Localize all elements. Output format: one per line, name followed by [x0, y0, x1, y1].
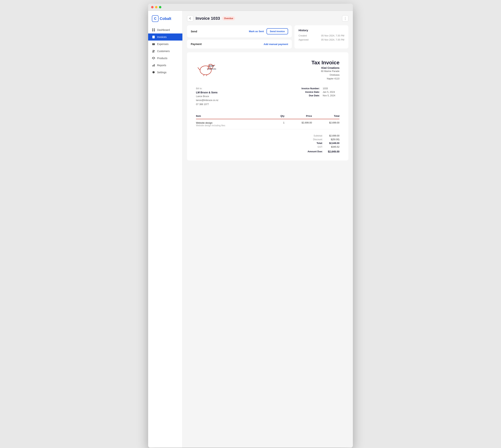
- svg-line-18: [203, 75, 204, 76]
- history-row-created: Created 05 Nov 2024, 7:35 PM: [299, 34, 344, 37]
- history-created-label: Created: [299, 34, 307, 37]
- gst-value: $345.52: [323, 146, 339, 148]
- sidebar-item-expenses-label: Expenses: [157, 43, 168, 46]
- due-date-value: Nov 5, 2024: [323, 94, 339, 97]
- contact-email: lance@lmbruce.co.nz: [196, 98, 218, 102]
- payment-label: Payment: [191, 43, 201, 46]
- sidebar-item-invoices[interactable]: Invoices: [148, 33, 182, 41]
- invoice-meta: Invoice Number: 1033 Invoice Date: Jan 5…: [301, 87, 339, 106]
- bill-to-company: LM Bruce & Sons: [196, 91, 218, 94]
- company-name: Kiwi Creations: [312, 66, 339, 69]
- svg-rect-5: [153, 36, 154, 37]
- svg-rect-0: [152, 29, 153, 30]
- address-line3: Napier 4110: [312, 77, 339, 80]
- svg-rect-12: [152, 65, 153, 66]
- gear-icon: [152, 71, 155, 74]
- invoice-number-value: 1033: [323, 87, 339, 90]
- discount-row: Discount: $(50.00): [287, 138, 339, 141]
- sidebar: C Cobalt Dashboard Invoices: [148, 11, 183, 448]
- box-icon: [152, 57, 155, 60]
- history-card: History Created 05 Nov 2024, 7:35 PM App…: [294, 25, 348, 48]
- gst-label: GST:: [287, 146, 323, 148]
- app-window: C Cobalt Dashboard Invoices: [148, 4, 353, 448]
- item-price: $2,699.00: [284, 119, 312, 129]
- sidebar-item-reports[interactable]: Reports: [148, 62, 182, 69]
- more-icon: ⋮: [344, 16, 347, 20]
- due-date-label: Due Date:: [309, 94, 320, 97]
- grid-icon: [152, 28, 155, 32]
- logo-letter: C: [154, 17, 156, 21]
- history-approved-value: 05 Nov 2024, 7:35 PM: [321, 38, 344, 41]
- invoice-document: Kiwi Creations Tax Invoice Kiwi Creation…: [187, 52, 348, 160]
- sidebar-item-customers[interactable]: Customers: [148, 48, 182, 55]
- svg-text:Kiwi: Kiwi: [209, 64, 214, 67]
- total-label: Total:: [287, 142, 323, 144]
- sidebar-item-expenses[interactable]: Expenses: [148, 41, 182, 48]
- svg-point-11: [154, 50, 155, 51]
- invoice-company-info: Tax Invoice Kiwi Creations 60 Marine Par…: [312, 60, 339, 80]
- subtotal-label: Subtotal:: [287, 134, 323, 137]
- sidebar-item-dashboard-label: Dashboard: [157, 29, 170, 32]
- company-address: 60 Marine Parade Onekawa Napier 4110: [312, 69, 339, 80]
- svg-rect-9: [152, 44, 155, 44]
- history-title: History: [299, 29, 344, 32]
- back-button[interactable]: [187, 15, 193, 22]
- document-icon: [152, 35, 155, 39]
- send-label: Send: [191, 30, 197, 33]
- address-line2: Onekawa: [312, 73, 339, 77]
- mark-as-sent-button[interactable]: Mark as Sent: [249, 30, 264, 33]
- item-name: Website design: [196, 121, 274, 124]
- top-bar: Invoice 1033 Overdue ⋮: [187, 15, 348, 22]
- subtotal-value: $2,699.00: [323, 134, 339, 137]
- col-item: Item: [196, 113, 274, 119]
- action-panels: Send Mark as Sent Send invoice Payment A…: [187, 25, 348, 48]
- svg-rect-13: [153, 64, 154, 66]
- logo-box: C: [152, 15, 159, 22]
- svg-rect-14: [154, 64, 155, 66]
- payment-card: Payment Add manual payment: [187, 40, 292, 48]
- invoice-date-value: Jan 5, 2024: [323, 91, 339, 93]
- subtotal-row: Subtotal: $2,699.00: [287, 134, 339, 137]
- history-approved-label: Approved: [299, 38, 309, 41]
- meta-row-date: Invoice Date: Jan 5, 2024: [301, 91, 339, 93]
- maximize-button[interactable]: [159, 6, 161, 8]
- sidebar-item-dashboard[interactable]: Dashboard: [148, 26, 182, 33]
- company-logo-area: Kiwi Creations: [196, 60, 226, 77]
- svg-rect-1: [154, 29, 155, 30]
- card-icon: [152, 42, 155, 46]
- gst-row: GST: $345.52: [287, 146, 339, 148]
- invoice-number-label: Invoice Number:: [301, 87, 320, 90]
- bill-to-contact: Lance Bruce lance@lmbruce.co.nz 07 388 1…: [196, 95, 218, 106]
- amount-due-label: Amount Due:: [287, 150, 323, 153]
- titlebar: [148, 4, 353, 11]
- sidebar-item-customers-label: Customers: [157, 50, 170, 53]
- svg-point-15: [200, 66, 211, 75]
- svg-point-10: [153, 50, 154, 51]
- item-description: Website design including files: [196, 124, 274, 127]
- bill-to-label: Bill to:: [196, 87, 218, 90]
- bill-to-section: Bill to: LM Bruce & Sons Lance Bruce lan…: [196, 87, 218, 106]
- minimize-button[interactable]: [155, 6, 157, 8]
- total-row: Total: $2,649.00: [287, 142, 339, 144]
- send-actions: Mark as Sent Send invoice: [249, 28, 288, 34]
- add-payment-button[interactable]: Add manual payment: [264, 43, 288, 46]
- send-invoice-button[interactable]: Send invoice: [267, 28, 288, 34]
- people-icon: [152, 49, 155, 53]
- sidebar-item-invoices-label: Invoices: [157, 35, 167, 38]
- totals-section: Subtotal: $2,699.00 Discount: $(50.00) T…: [196, 134, 339, 153]
- more-options-button[interactable]: ⋮: [342, 15, 348, 22]
- col-price: Price: [284, 113, 312, 119]
- main-content: Invoice 1033 Overdue ⋮ Send Mark as Sent…: [183, 11, 353, 448]
- svg-rect-3: [154, 30, 155, 31]
- status-badge: Overdue: [222, 16, 235, 20]
- kiwi-logo: Kiwi Creations: [196, 60, 226, 77]
- contact-phone: 07 388 1077: [196, 102, 218, 106]
- svg-rect-2: [152, 30, 153, 31]
- tax-invoice-title: Tax Invoice: [312, 60, 339, 66]
- page-title: Invoice 1033: [196, 16, 220, 21]
- col-total: Total: [312, 113, 339, 119]
- sidebar-item-products[interactable]: Products: [148, 55, 182, 62]
- close-button[interactable]: [151, 6, 153, 8]
- address-line1: 60 Marine Parade: [312, 69, 339, 73]
- sidebar-item-settings[interactable]: Settings: [148, 69, 182, 76]
